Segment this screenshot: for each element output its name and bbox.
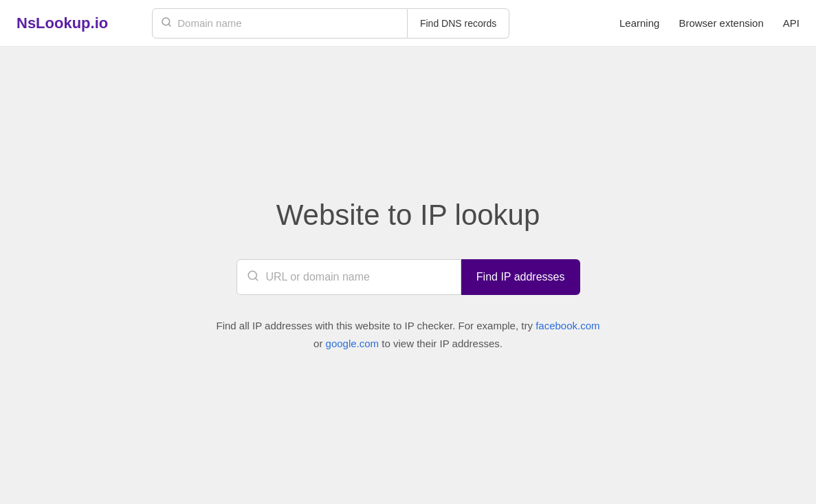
nav-link-learning[interactable]: Learning	[619, 17, 659, 29]
svg-line-3	[255, 278, 257, 280]
suffix-text: to view their IP addresses.	[382, 338, 503, 349]
facebook-link[interactable]: facebook.com	[536, 320, 599, 331]
logo[interactable]: NsLookup.io	[16, 14, 108, 32]
hero-find-ip-button[interactable]: Find IP addresses	[461, 259, 580, 295]
nav-search-group: Find DNS records	[152, 8, 509, 39]
hero-search-wrapper	[236, 259, 461, 295]
description-text: Find all IP addresses with this website …	[216, 320, 532, 331]
main-content: Website to IP lookup Find IP addresses F…	[0, 47, 816, 504]
nav-domain-input[interactable]	[177, 17, 399, 29]
hero-search-icon	[247, 270, 259, 285]
hero-url-input[interactable]	[266, 271, 451, 283]
nav-search-icon	[161, 17, 172, 30]
nav-find-dns-button[interactable]: Find DNS records	[408, 8, 509, 39]
nav-link-api[interactable]: API	[783, 17, 800, 29]
nav-links: Learning Browser extension API	[619, 17, 800, 29]
hero-title: Website to IP lookup	[276, 199, 540, 232]
navbar: NsLookup.io Find DNS records Learning Br…	[0, 0, 816, 47]
conjunction-text: or	[313, 338, 322, 349]
nav-search-container	[152, 8, 408, 39]
google-link[interactable]: google.com	[326, 338, 379, 349]
hero-search-container: Find IP addresses	[236, 259, 580, 295]
svg-line-1	[168, 24, 170, 26]
hero-description: Find all IP addresses with this website …	[216, 317, 601, 352]
nav-link-browser-extension[interactable]: Browser extension	[679, 17, 763, 29]
